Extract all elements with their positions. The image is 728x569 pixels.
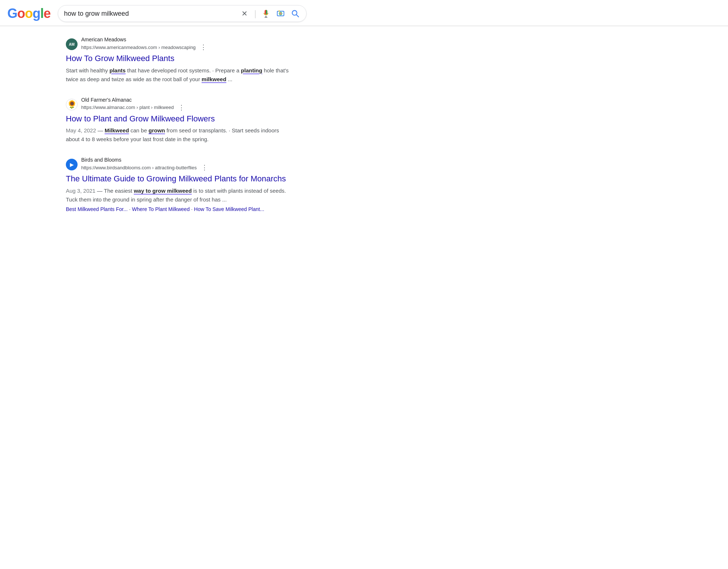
sub-dot: · (191, 206, 192, 212)
result-date: May 4, 2022 (66, 127, 96, 133)
logo-o2: o (25, 6, 33, 21)
result-snippet: Start with healthy plants that have deve… (66, 66, 293, 84)
highlight-milkweed-2: Milkweed (105, 127, 129, 133)
search-input[interactable] (64, 10, 236, 18)
source-url-row: https://www.almanac.com › plant › milkwe… (81, 103, 186, 112)
source-url: https://www.birdsandblooms.com › attract… (81, 165, 197, 170)
svg-rect-5 (279, 11, 280, 12)
result-source: AM American Meadows https://www.american… (66, 37, 293, 52)
source-url-row: https://www.birdsandblooms.com › attract… (81, 163, 209, 172)
result-snippet: Aug 3, 2021 — The easiest way to grow mi… (66, 186, 293, 204)
source-url: https://www.americanmeadows.com › meadow… (81, 45, 196, 50)
highlight-milkweed-1: milkweed (202, 76, 226, 82)
lens-icon[interactable] (275, 8, 286, 19)
result-item: 🌻 Old Farmer's Almanac https://www.alman… (66, 97, 293, 144)
more-options-button[interactable]: ⋮ (199, 42, 208, 52)
logo-l: l (40, 6, 44, 21)
result-source: ▶ Birds and Blooms https://www.birdsandb… (66, 157, 293, 172)
highlight-plants: plants (109, 67, 125, 74)
search-bar-icons: ✕ | (240, 8, 300, 19)
result-item: ▶ Birds and Blooms https://www.birdsandb… (66, 157, 293, 212)
header: Google ✕ | (0, 0, 728, 26)
result-source: 🌻 Old Farmer's Almanac https://www.alman… (66, 97, 293, 112)
svg-point-4 (280, 13, 281, 14)
source-info: Old Farmer's Almanac https://www.almanac… (81, 97, 186, 112)
result-title-link[interactable]: How to Plant and Grow Milkweed Flowers (66, 114, 293, 124)
sub-link-best-milkweed[interactable]: Best Milkweed Plants For... (66, 206, 128, 212)
favicon: ▶ (66, 159, 78, 170)
sub-link-where-to-plant[interactable]: Where To Plant Milkweed (132, 206, 190, 212)
result-item: AM American Meadows https://www.american… (66, 37, 293, 84)
favicon: AM (66, 38, 78, 50)
source-info: Birds and Blooms https://www.birdsandblo… (81, 157, 209, 172)
more-options-button[interactable]: ⋮ (200, 163, 209, 172)
source-name: Old Farmer's Almanac (81, 97, 186, 103)
svg-line-7 (296, 15, 299, 17)
source-url: https://www.almanac.com › plant › milkwe… (81, 105, 174, 110)
google-logo: Google (7, 6, 50, 21)
result-snippet: May 4, 2022 — Milkweed can be grown from… (66, 126, 293, 144)
mic-icon[interactable] (261, 8, 271, 19)
search-icon[interactable] (290, 8, 300, 19)
source-name: American Meadows (81, 37, 208, 42)
logo-g1: G (7, 6, 17, 21)
favicon: 🌻 (66, 99, 78, 110)
source-name: Birds and Blooms (81, 157, 209, 163)
highlight-grown: grown (149, 127, 165, 133)
logo-o1: o (17, 6, 25, 21)
logo-g2: g (33, 6, 40, 21)
logo-e: e (44, 6, 50, 21)
source-url-row: https://www.americanmeadows.com › meadow… (81, 42, 208, 52)
sub-link-how-to-save[interactable]: How To Save Milkweed Plant... (194, 206, 264, 212)
search-bar[interactable]: ✕ | (58, 5, 307, 22)
result-title-link[interactable]: How To Grow Milkweed Plants (66, 53, 293, 64)
divider-icon: | (254, 9, 256, 18)
sub-links: Best Milkweed Plants For... · Where To P… (66, 206, 293, 212)
result-date: Aug 3, 2021 (66, 188, 95, 194)
sub-dot: · (129, 206, 131, 212)
search-results: AM American Meadows https://www.american… (0, 26, 315, 233)
clear-icon[interactable]: ✕ (240, 8, 250, 19)
highlight-way-to-grow: way to grow milkweed (134, 188, 192, 194)
result-title-link[interactable]: The Ultimate Guide to Growing Milkweed P… (66, 174, 293, 184)
more-options-button[interactable]: ⋮ (177, 103, 186, 112)
highlight-planting: planting (241, 67, 262, 74)
source-info: American Meadows https://www.americanmea… (81, 37, 208, 52)
